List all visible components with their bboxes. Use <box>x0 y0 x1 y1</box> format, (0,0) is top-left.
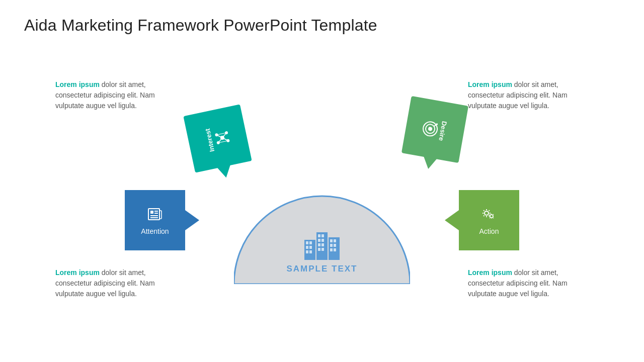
center-content: SAMPLE TEXT <box>272 227 372 274</box>
svg-rect-30 <box>309 250 312 253</box>
action-label: Action <box>479 227 499 235</box>
svg-point-4 <box>226 139 230 142</box>
highlight-tl: Lorem ipsum <box>55 80 100 88</box>
svg-rect-34 <box>318 239 320 242</box>
svg-rect-36 <box>318 243 320 246</box>
svg-rect-16 <box>150 211 153 214</box>
text-block-bottom-left: Lorem ipsum dolor sit amet, consectetur … <box>55 267 176 299</box>
svg-rect-21 <box>159 211 162 219</box>
svg-rect-35 <box>321 239 324 242</box>
svg-point-22 <box>485 211 489 215</box>
highlight-tr: Lorem ipsum <box>468 80 512 88</box>
action-block: Action <box>459 190 519 250</box>
svg-rect-26 <box>309 241 312 244</box>
desire-bubble: Desire <box>401 96 468 163</box>
svg-rect-46 <box>334 248 336 251</box>
svg-rect-43 <box>330 244 333 247</box>
svg-point-23 <box>490 215 493 218</box>
attention-label: Attention <box>141 227 169 235</box>
text-block-top-right: Lorem ipsum dolor sit amet, consectetur … <box>468 79 589 111</box>
svg-rect-39 <box>321 248 324 251</box>
page-title: Aida Marketing Framework PowerPoint Temp… <box>24 16 377 35</box>
buildings-icon <box>302 227 342 260</box>
interest-bubble: Interest <box>183 104 252 172</box>
svg-rect-45 <box>330 248 333 251</box>
svg-point-13 <box>428 126 433 131</box>
svg-rect-25 <box>306 241 308 244</box>
svg-rect-28 <box>309 246 312 249</box>
attention-block: Attention <box>125 190 185 250</box>
svg-rect-38 <box>318 248 320 251</box>
gear-icon <box>479 205 499 223</box>
svg-rect-27 <box>306 246 308 249</box>
sample-text-label: SAMPLE TEXT <box>272 264 372 274</box>
svg-rect-32 <box>318 234 320 237</box>
text-block-top-left: Lorem ipsum dolor sit amet, consectetur … <box>55 79 176 111</box>
svg-rect-41 <box>330 239 333 242</box>
svg-rect-42 <box>334 239 336 242</box>
svg-rect-44 <box>334 244 336 247</box>
network-icon <box>211 127 233 148</box>
text-block-bottom-right: Lorem ipsum dolor sit amet, consectetur … <box>468 267 589 299</box>
center-area: SAMPLE TEXT <box>234 178 410 284</box>
newspaper-icon <box>146 205 164 223</box>
svg-rect-33 <box>321 234 324 237</box>
svg-rect-29 <box>306 250 308 253</box>
highlight-br: Lorem ipsum <box>468 268 512 277</box>
highlight-bl: Lorem ipsum <box>55 268 100 277</box>
svg-rect-37 <box>321 243 324 246</box>
